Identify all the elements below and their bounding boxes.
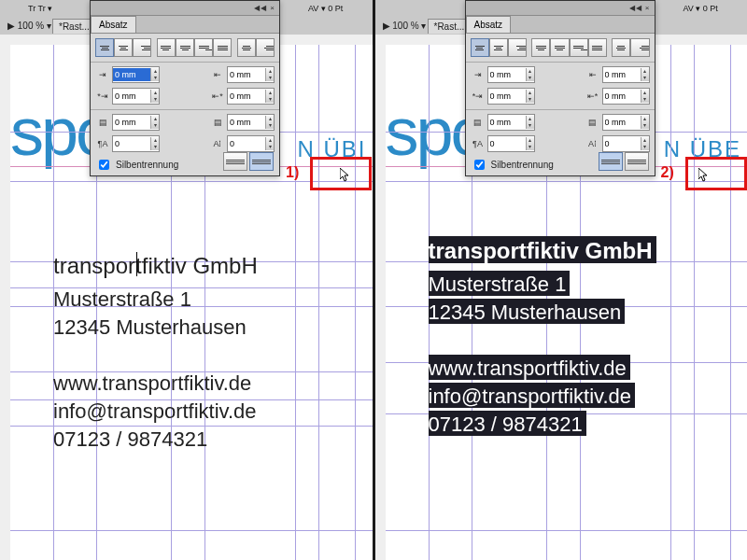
mail-line: info@transportfiktiv.de	[53, 398, 258, 426]
phone-line: 07123 / 9874321	[53, 426, 258, 454]
annotation-box-1	[310, 157, 372, 190]
address-block-right[interactable]: transportfiktiv GmbH Musterstraße 1 1234…	[429, 237, 656, 439]
first-line-indent-field[interactable]: ▴▾	[487, 88, 535, 105]
align-left-icon[interactable]	[471, 38, 489, 57]
annotation-label-2: 2)	[661, 164, 674, 181]
first-line-indent-field[interactable]: ▴▾	[112, 88, 160, 105]
justify-full-icon[interactable]	[588, 38, 607, 57]
last-line-indent-field[interactable]: ▴▾	[227, 88, 275, 105]
hyphenation-label: Silbentrennung	[116, 160, 178, 170]
left-indent-field[interactable]: ▴▾	[487, 66, 535, 83]
panel-tab-absatz[interactable]: Absatz	[91, 16, 136, 33]
right-indent-icon: ⇤	[210, 67, 225, 82]
phone-line: 07123 / 9874321	[429, 411, 656, 439]
first-line-indent-icon: *⇥	[95, 89, 110, 104]
align-center-icon[interactable]	[114, 38, 133, 57]
text-cursor	[136, 252, 137, 276]
left-pane: Tr Tr ▾ Aa ▾ T ▾ (12Pt) AV ▾ 0 Pt ▶ 100 …	[0, 0, 373, 560]
space-after-icon: ▤	[210, 115, 225, 130]
hyphenation-label: Silbentrennung	[491, 160, 554, 170]
space-after-icon: ▤	[585, 115, 600, 130]
justify-right-icon[interactable]	[570, 38, 588, 57]
space-after-field[interactable]: ▴▾	[602, 114, 650, 131]
align-right-icon[interactable]	[133, 38, 151, 57]
dropcap-chars-icon: A⁞	[210, 136, 225, 151]
zoom-level[interactable]: ▶ 100 % ▾	[383, 21, 427, 31]
city-line: 12345 Musterhausen	[429, 299, 656, 327]
annotation-label-1: 1)	[286, 164, 299, 181]
last-line-indent-icon: ⇤*	[210, 89, 225, 104]
hyphenation-checkbox[interactable]	[474, 160, 485, 170]
align-away-spine-icon[interactable]	[630, 38, 649, 57]
zoom-level[interactable]: ▶ 100 % ▾	[7, 21, 51, 31]
space-after-field[interactable]: ▴▾	[227, 114, 275, 131]
justify-left-icon[interactable]	[531, 38, 550, 57]
web-line: www.transportfiktiv.de	[53, 370, 258, 398]
justify-full-icon[interactable]	[213, 38, 232, 57]
street-line: Musterstraße 1	[53, 286, 258, 314]
no-baseline-grid-icon[interactable]	[599, 152, 623, 171]
align-toward-spine-icon[interactable]	[237, 38, 256, 57]
mail-line: info@transportfiktiv.de	[429, 383, 656, 411]
align-to-baseline-grid-icon[interactable]	[249, 152, 274, 171]
right-pane: T ▾ (12Pt) AV ▾ 0 Pt ▶ 100 % ▾ *Rast... …	[373, 0, 748, 560]
align-toward-spine-icon[interactable]	[612, 38, 630, 57]
left-indent-field[interactable]: ▴▾	[112, 66, 160, 83]
dropcap-chars-field[interactable]: ▴▾	[602, 135, 650, 152]
justify-center-icon[interactable]	[550, 38, 569, 57]
dropcap-chars-icon: A⁞	[585, 136, 600, 151]
city-line: 12345 Musterhausen	[53, 314, 258, 342]
dropcap-chars-field[interactable]: ▴▾	[227, 135, 275, 152]
left-indent-icon: ⇥	[95, 67, 110, 82]
left-indent-icon: ⇥	[471, 67, 486, 82]
justify-left-icon[interactable]	[157, 38, 176, 57]
space-before-field[interactable]: ▴▾	[112, 114, 160, 131]
right-indent-field[interactable]: ▴▾	[227, 66, 275, 83]
dropcap-lines-field[interactable]: ▴▾	[112, 135, 160, 152]
paragraph-panel[interactable]: ◀◀ × Absatz ⇥	[465, 0, 655, 176]
panel-tab-absatz[interactable]: Absatz	[466, 16, 512, 33]
company-line: transportfiktiv GmbH	[53, 252, 258, 280]
align-right-icon[interactable]	[508, 38, 527, 57]
align-to-baseline-grid-icon[interactable]	[625, 152, 649, 171]
dropcap-lines-icon: ¶A	[471, 136, 486, 151]
annotation-box-2	[685, 157, 747, 190]
justify-center-icon[interactable]	[176, 38, 194, 57]
last-line-indent-icon: ⇤*	[585, 89, 600, 104]
space-before-icon: ▤	[95, 115, 110, 130]
no-baseline-grid-icon[interactable]	[223, 152, 247, 171]
company-line: transportfiktiv GmbH	[429, 237, 656, 265]
dropcap-lines-field[interactable]: ▴▾	[487, 135, 535, 152]
dropcap-lines-icon: ¶A	[95, 136, 110, 151]
align-row	[95, 38, 275, 57]
space-before-field[interactable]: ▴▾	[487, 114, 535, 131]
address-block-left[interactable]: transportfiktiv GmbH Musterstraße 1 1234…	[53, 252, 258, 454]
align-left-icon[interactable]	[95, 38, 114, 57]
space-before-icon: ▤	[471, 115, 486, 130]
web-line: www.transportfiktiv.de	[429, 355, 656, 383]
align-center-icon[interactable]	[489, 38, 508, 57]
hyphenation-checkbox[interactable]	[99, 160, 109, 170]
right-indent-field[interactable]: ▴▾	[602, 66, 650, 83]
paragraph-panel[interactable]: ◀◀ × Absatz ⇥	[90, 0, 280, 176]
right-indent-icon: ⇤	[585, 67, 600, 82]
last-line-indent-field[interactable]: ▴▾	[602, 88, 650, 105]
panel-header[interactable]: ◀◀ ×	[466, 1, 655, 16]
align-away-spine-icon[interactable]	[256, 38, 275, 57]
justify-right-icon[interactable]	[194, 38, 213, 57]
street-line: Musterstraße 1	[429, 271, 656, 299]
first-line-indent-icon: *⇥	[471, 89, 486, 104]
panel-header[interactable]: ◀◀ ×	[91, 1, 279, 16]
